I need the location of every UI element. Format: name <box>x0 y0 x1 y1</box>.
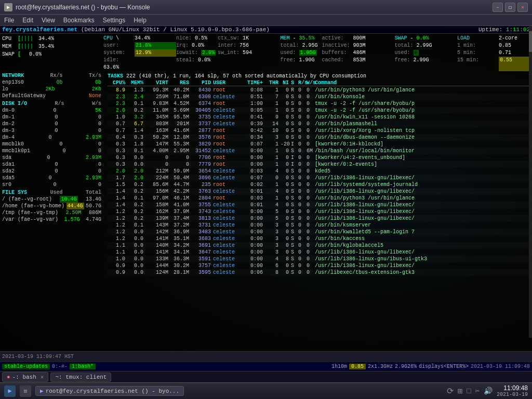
uptime-value: 1:11:02 <box>506 26 530 33</box>
proc-row-4: 1.0 3.2 345M 95.5M 3735 celeste 0:41 9 0… <box>108 114 530 121</box>
col-header-mem: MEM% <box>127 80 145 86</box>
mem-label: MEM <box>2 43 18 50</box>
proc-row-13: 1.7 2.0 224M 50.4M 3696 celeste 0:07 0 0… <box>108 175 530 181</box>
col-header-time: TIME+ <box>242 80 265 86</box>
proc-row-24: 1.1 0.0 141M 34.1M 3647 celeste 0:00 3 0… <box>108 249 530 256</box>
right-lower-panel: TASKS 222 (410 thr), 1 run, 164 slp, 57 … <box>108 72 530 276</box>
proc-row-6: 0.7 1.4 163M 41.6M 2877 root 0:42 10 0 S… <box>108 127 530 134</box>
proc-row-12: 2.0 2.0 212M 59.9M 3654 celeste 0:03 4 0… <box>108 168 530 175</box>
scrollbar[interactable] <box>529 26 532 338</box>
tasks-row: TASKS 222 (410 thr), 1 run, 164 slp, 57 … <box>108 73 530 79</box>
col-header-cmd: Command <box>315 80 530 86</box>
fs-home: /home (fae--vg-home) 44.4G 50.7G <box>2 203 101 209</box>
tab-bash-close[interactable]: ✕ <box>41 374 44 380</box>
cpu-sys-val: 12.9% <box>135 49 176 57</box>
scrollbar-thumb[interactable] <box>529 31 532 52</box>
cpu-bar: [|||| <box>18 35 33 42</box>
swap-pct: 0.0% <box>21 51 42 58</box>
start-button[interactable]: ▶ <box>4 385 16 397</box>
byobu-prompt: 0:-#- <box>52 364 68 369</box>
left-lower-panel: NETWORK Rx/s Tx/s enp13s0 0b 0b lo 2Kb <box>2 72 103 276</box>
proc-row-27: 0.9 0.0 124M 28.1M 3595 celeste 0:06 8 0… <box>108 269 530 276</box>
proc-row-1: 2.3 2.4 259M 71.8M 6308 celeste 0:51 7 0… <box>108 94 530 100</box>
proc-row-11: 0.3 0.0 0 0 7779 root 0:00 1 0 I 0 0 [kw… <box>108 161 530 168</box>
cpu-stats-header: CPU \ 34.4% nice: 0.5% ctx_sw: 1K MEM - … <box>103 35 530 42</box>
byobu-load: 0.85 <box>349 364 366 369</box>
swap-used-val: 0 <box>414 50 419 56</box>
close-button[interactable]: ✕ <box>517 3 528 12</box>
hostname: fey.crystalfaeries.net <box>2 26 77 33</box>
load-15-val: 0.55 <box>499 57 530 71</box>
proc-row-10: 0.3 0.0 0 0 7706 root 0:00 1 0 I 0 0 [kw… <box>108 154 530 161</box>
col-header-s: S <box>291 80 298 86</box>
proc-table-header: CPU% MEM% VIRT RES PID USER TIME+ THR NI… <box>108 80 530 86</box>
cpu-detail-panel: CPU \ 34.4% nice: 0.5% ctx_sw: 1K MEM - … <box>103 35 530 71</box>
proc-row-2: 2.3 0.1 9.83M 4.52M 6374 root 1:00 1 0 S… <box>108 100 530 107</box>
tab-bash[interactable]: ● -: bash ✕ <box>2 372 48 382</box>
menu-bookmarks[interactable]: Bookmarks <box>63 17 95 24</box>
menu-view[interactable]: View <box>42 17 55 24</box>
taskbar-icon-4: ✂ <box>475 387 480 395</box>
titlebar-left: ▶ root@fey.crystalfaeries.net () - byobu… <box>4 3 150 11</box>
col-header-rs: R/s <box>298 80 307 86</box>
tab-bash-label: -: bash <box>12 374 36 380</box>
byobu-tmux-bar: stable-updates 0:-#- 1:bash* 1h10m 0.85 … <box>0 362 532 371</box>
lower-stats-row: NETWORK Rx/s Tx/s enp13s0 0b 0b lo 2Kb <box>2 72 530 276</box>
proc-row-8: 0.3 1.8 147M 55.3M 3829 root 0:07 1 -20 … <box>108 141 530 148</box>
proc-row-18: 1.2 0.2 162M 37.9M 3743 celeste 0:00 5 0… <box>108 208 530 215</box>
byobu-mem: 2.9G26% <box>395 364 417 369</box>
taskbar-right: ⟳ ⊞ □ ✂ 🔊 11:09:48 2021-03-19 <box>447 384 528 397</box>
menu-help[interactable]: Help <box>134 17 147 24</box>
desktop-button[interactable]: ⊞ <box>20 385 31 397</box>
proc-row-23: 1.1 0.0 140M 34.2M 3691 celeste 0:00 3 0… <box>108 242 530 249</box>
nice-label: nice: <box>176 35 195 41</box>
titlebar-controls: － ◻ ✕ <box>493 3 528 12</box>
col-header-ws: W/s <box>307 80 315 86</box>
byobu-display: displays<ENTER%> <box>419 364 469 369</box>
proc-row-0: 8.9 1.3 99.3M 40.2M 8430 root 0:08 1 0 R… <box>108 87 530 94</box>
cpu-stat-pct: 34.4% <box>135 35 176 42</box>
proc-row-5: 0.7 6.7 803M 201M 3737 celeste 0:39 14 0… <box>108 121 530 127</box>
proc-row-14: 1.5 0.2 85.6M 44.7M 235 root 0:02 1 0 S … <box>108 181 530 188</box>
col-header-user: USER <box>213 80 242 86</box>
byobu-datetime: 2021-03-19 11:09:48 <box>471 364 530 369</box>
byobu-left: stable-updates 0:-#- 1:bash* <box>2 364 96 369</box>
status-top-bar: fey.crystalfaeries.net (Debian GNU/Linux… <box>0 26 532 34</box>
disk-sda2: sda200 <box>2 168 101 175</box>
disk-section: DISK I/O R/s W/s dm-005K dm-100 dm-200 d… <box>2 100 101 188</box>
disk-dm4: dm-402.93M <box>2 134 101 141</box>
tab-tmux[interactable]: ~: tmux: client <box>50 373 111 382</box>
disk-dm3: dm-300 <box>2 127 101 134</box>
proc-row-9: 0.3 0.1 4.00M 2.95M 31452 celeste 0:00 1… <box>108 148 530 154</box>
taskbar-left: ▶ ⊞ ▶ root@fey.crystalfaeries.net () - b… <box>4 385 184 397</box>
disk-header: DISK I/O R/s W/s <box>2 100 101 107</box>
byobu-shell: 1:bash* <box>70 364 96 369</box>
net-gateway: DefaultGateway None <box>2 92 101 99</box>
ctxsw-label: ctx_sw: <box>218 35 243 41</box>
kernel-info: (Debian GNU/Linux 32bit / Linux 5.10.0-0… <box>81 26 270 33</box>
desktop-icon: ⊞ <box>24 388 27 394</box>
proc-row-20: 1.2 0.1 143M 37.2M 3731 celeste 0:00 3 0… <box>108 222 530 229</box>
clock-time: 11:09:48 <box>497 384 528 392</box>
clock-date: 2021-03-19 <box>497 392 528 397</box>
tab-bash-icon: ● <box>7 374 10 380</box>
cpu-meter-row: CPU [|||| 34.4% <box>2 35 101 42</box>
terminal[interactable]: fey.crystalfaeries.net (Debian GNU/Linux… <box>0 26 532 371</box>
menu-settings[interactable]: Settings <box>103 17 125 24</box>
proc-row-17: 1.4 0.2 158M 41.0M 3755 celeste 0:01 4 0… <box>108 202 530 208</box>
proc-row-21: 1.2 0.0 142M 36.9M 3483 celeste 0:00 3 0… <box>108 229 530 235</box>
cpu-stats-row3: system: 12.9% iowait: 2.0% sw_int: 594 u… <box>103 49 530 57</box>
menu-file[interactable]: File <box>4 17 14 24</box>
minimize-button[interactable]: － <box>493 3 503 12</box>
filesystem-section: FILE SYS Used Total / (fae--vg-root) 10.… <box>2 189 101 223</box>
proc-row-19: 1.2 0.2 139M 37.4M 3813 celeste 0:00 5 0… <box>108 215 530 222</box>
disk-dm2: dm-200 <box>2 121 101 127</box>
disk-dm1: dm-100 <box>2 114 101 121</box>
taskbar-terminal-app[interactable]: ▶ root@fey.crystalfaeries.net () - byo..… <box>35 386 184 396</box>
start-icon: ▶ <box>8 387 11 395</box>
byobu-session-time: 1h10m <box>331 364 347 369</box>
menu-edit[interactable]: Edit <box>22 17 33 24</box>
proc-row-22: 1.2 0.0 141M 35.1M 3683 celeste 0:00 3 0… <box>108 235 530 242</box>
restore-button[interactable]: ◻ <box>505 3 515 12</box>
proc-row-15: 1.4 0.2 156M 42.2M 3763 celeste 0:01 4 0… <box>108 188 530 195</box>
